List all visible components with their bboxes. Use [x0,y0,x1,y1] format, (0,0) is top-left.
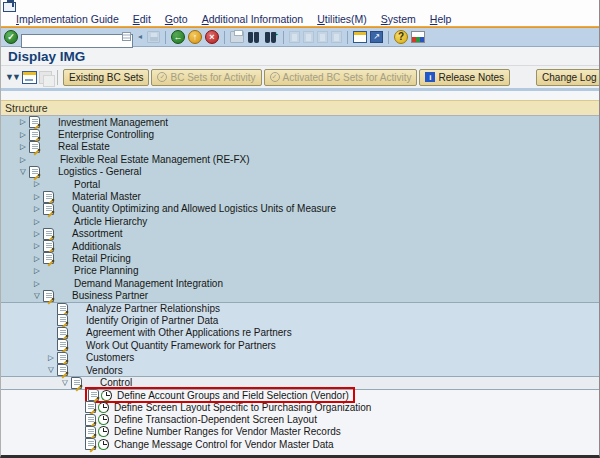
tree-row[interactable]: Change Message Control for Vendor Master… [1,438,599,450]
help-icon[interactable]: ? [394,30,408,44]
tree-row[interactable]: ▷Real Estate [1,141,599,153]
exit-icon[interactable]: ↑ [188,30,202,44]
tree-row[interactable]: ▽Logistics - General [1,166,599,178]
enter-icon[interactable]: ✓ [4,30,18,44]
tree-row[interactable]: ▽Vendors [1,364,599,376]
menu-additional-information[interactable]: Additional Information [195,13,311,26]
menu-goto[interactable]: Goto [158,13,195,26]
document-icon[interactable] [29,129,40,141]
chevron-right-icon[interactable]: ▷ [17,143,29,151]
document-icon[interactable] [57,327,68,339]
tree-row[interactable]: ▷Portal [1,178,599,190]
cancel-icon[interactable]: × [205,30,219,44]
chevron-right-icon[interactable]: ▷ [17,156,29,164]
document-icon[interactable] [43,252,54,264]
command-history-icon[interactable]: ◂ [136,30,144,44]
tree-row[interactable]: Agreement with Other Applications re Par… [1,327,599,339]
chevron-down-icon[interactable]: ▽ [45,366,57,374]
chevron-right-icon[interactable]: ▷ [31,205,43,213]
change-log-button[interactable]: Change Log [536,69,599,86]
document-icon[interactable] [85,426,96,438]
chevron-right-icon[interactable]: ▷ [31,230,43,238]
document-icon[interactable] [43,228,54,240]
document-icon[interactable] [85,414,96,426]
chevron-right-icon[interactable]: ▷ [31,193,43,201]
document-icon[interactable] [88,389,99,401]
display-bc-set-icon[interactable] [22,71,37,84]
command-list-icon[interactable] [122,32,131,41]
img-activity-icon[interactable] [98,414,109,425]
document-icon[interactable] [29,141,40,153]
command-input[interactable] [21,34,133,48]
system-menu-icon[interactable] [3,2,16,12]
print-icon[interactable] [230,31,244,43]
tree-row[interactable]: Analyze Partner Relationships [1,302,599,314]
chevron-down-icon[interactable]: ▽ [31,292,43,300]
tree-row[interactable]: ▷Enterprise Controlling [1,128,599,140]
document-icon[interactable] [85,438,96,450]
img-activity-icon[interactable] [98,402,109,413]
chevron-right-icon[interactable]: ▷ [17,118,29,126]
tree-row[interactable]: ▷Flexible Real Estate Management (RE-FX) [1,153,599,165]
document-icon[interactable] [57,314,68,326]
document-icon[interactable] [43,290,54,302]
tree-row[interactable]: Define Number Ranges for Vendor Master R… [1,426,599,438]
menu-edit[interactable]: Edit [126,13,158,26]
tree-row[interactable]: ▷Quantity Optimizing and Allowed Logisti… [1,203,599,215]
tree-row[interactable]: ▷Additionals [1,240,599,252]
chevron-down-icon[interactable]: ▽ [59,379,71,387]
tree-row[interactable]: Define Screen Layout Specific to Purchas… [1,401,599,413]
menu-implementation-guide[interactable]: Implementation Guide [9,13,126,26]
chevron-down-icon[interactable]: ▽ [17,168,29,176]
chevron-right-icon[interactable]: ▷ [45,354,57,362]
tree-row[interactable]: ▷Price Planning [1,265,599,277]
document-icon[interactable] [43,191,54,203]
document-icon[interactable] [57,352,68,364]
document-icon[interactable] [57,339,68,351]
menu-utilities-m-[interactable]: Utilities(M) [310,13,374,26]
create-shortcut-icon[interactable]: ↗ [370,31,383,43]
tree-row[interactable]: ▷Investment Management [1,116,599,128]
chevron-right-icon[interactable]: ▷ [31,267,43,275]
release-notes-button[interactable]: iRelease Notes [419,69,510,86]
chevron-right-icon[interactable]: ▷ [31,218,43,226]
document-icon[interactable] [71,377,82,389]
tree-row[interactable]: Define Transaction-Dependent Screen Layo… [1,413,599,425]
img-activity-icon[interactable] [98,426,109,437]
tree-row[interactable]: Define Account Groups and Field Selectio… [1,389,599,401]
document-icon[interactable] [43,240,54,252]
tree-row[interactable]: ▷Material Master [1,190,599,202]
existing-bc-sets-button[interactable]: Existing BC Sets [63,69,149,86]
document-icon[interactable] [57,364,68,376]
tree-indent [1,332,45,333]
customize-layout-icon[interactable] [411,31,425,43]
chevron-right-icon[interactable]: ▷ [31,242,43,250]
chevron-right-icon[interactable]: ▷ [17,131,29,139]
tree-row[interactable]: ▷Article Hierarchy [1,215,599,227]
tree-row[interactable]: Work Out Quantity Framework for Partners [1,339,599,351]
new-session-icon[interactable] [353,31,367,43]
tree-row[interactable]: ▷Retail Pricing [1,252,599,264]
menu-help[interactable]: Help [423,13,459,26]
document-icon[interactable] [85,401,96,413]
document-icon[interactable] [29,116,40,128]
tree-row[interactable]: ▷Customers [1,351,599,363]
img-activity-icon[interactable] [101,390,112,401]
find-icon[interactable] [247,31,261,44]
tree-row[interactable]: ▽Business Partner [1,289,599,301]
chevron-right-icon[interactable]: ▷ [31,280,43,288]
choose-icon[interactable]: ▼▼ [4,69,20,85]
document-icon[interactable] [29,166,40,178]
tree-row[interactable]: ▷Assortment [1,228,599,240]
find-next-icon[interactable]: + [264,31,278,44]
document-icon[interactable] [43,203,54,215]
chevron-right-icon[interactable]: ▷ [31,180,43,188]
menu-system[interactable]: System [374,13,423,26]
chevron-right-icon[interactable]: ▷ [31,255,43,263]
img-activity-icon[interactable] [98,439,109,450]
tree-row[interactable]: Identify Origin of Partner Data [1,314,599,326]
document-icon[interactable] [57,303,68,315]
tree-item-label: Define Transaction-Dependent Screen Layo… [113,414,317,425]
tree-row[interactable]: ▷Demand Management Integration [1,277,599,289]
back-icon[interactable]: ← [171,30,185,44]
